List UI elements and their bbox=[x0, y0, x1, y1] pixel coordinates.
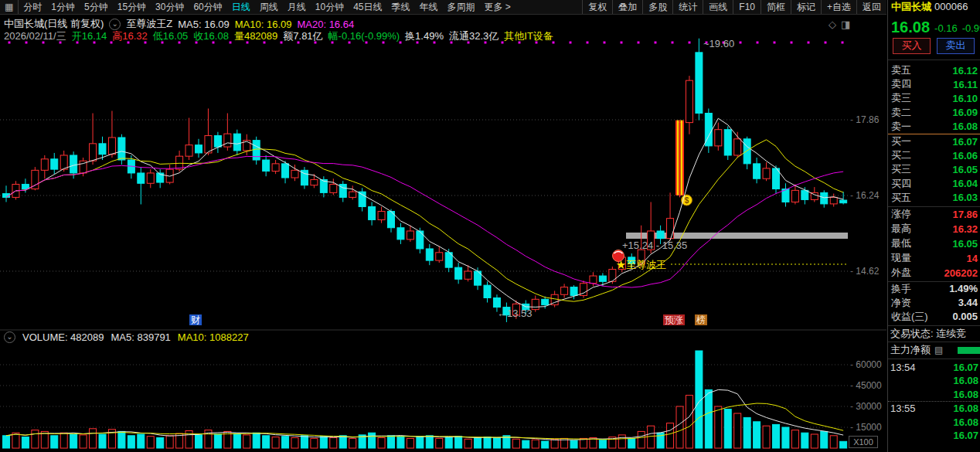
quote-title: 中国长城000066 bbox=[888, 0, 980, 14]
ask-price: 16.12 bbox=[952, 65, 978, 76]
buy-button[interactable]: 买入 bbox=[893, 38, 931, 54]
stat-row: 现量14 bbox=[888, 251, 980, 266]
bid-row[interactable]: 买五16.03 bbox=[888, 191, 980, 205]
toolbar-action-1[interactable]: 复权 bbox=[582, 0, 612, 14]
info-turnover: 换1.49% bbox=[405, 29, 444, 43]
toolbar-action-5[interactable]: 画线 bbox=[703, 0, 733, 14]
stat-label: 涨停 bbox=[891, 207, 911, 221]
period-tab-14[interactable]: 多周期 bbox=[443, 0, 480, 14]
toolbar-action-3[interactable]: 多股 bbox=[642, 0, 672, 14]
trade-buttons: 买入 卖出 bbox=[888, 36, 980, 56]
layout-icon[interactable]: ▦ bbox=[0, 0, 19, 14]
chevron-down-icon[interactable]: ⌄ bbox=[109, 19, 121, 30]
bid-label: 买二 bbox=[891, 148, 911, 162]
stat-value: 16.32 bbox=[952, 223, 978, 235]
stat-label: 净资 bbox=[891, 296, 911, 310]
info-amount: 额7.81亿 bbox=[283, 29, 322, 43]
toolbar-action-2[interactable]: 叠加 bbox=[612, 0, 642, 14]
bid-price: 16.05 bbox=[952, 164, 978, 175]
period-tab-4[interactable]: 15分钟 bbox=[113, 0, 151, 14]
stat-label: 外盘 bbox=[891, 266, 911, 280]
ask-row[interactable]: 卖一16.08 bbox=[888, 120, 980, 134]
chevron-down-icon[interactable]: ⌄ bbox=[4, 331, 15, 343]
ma5-label: MA5: 16.09 bbox=[178, 19, 230, 30]
stat-label: 换手 bbox=[891, 282, 911, 296]
stat-value: 16.05 bbox=[952, 238, 978, 250]
ask-label: 卖四 bbox=[891, 77, 911, 91]
tick-price: 16.08 bbox=[953, 375, 978, 386]
bid-row[interactable]: 买二16.06 bbox=[888, 148, 980, 162]
annotation-low: ←13.53 bbox=[497, 308, 533, 319]
last-price: 16.08 bbox=[891, 19, 930, 36]
tick-row: 13:5416.07 bbox=[888, 361, 980, 374]
ask-row[interactable]: 卖三16.10 bbox=[888, 91, 980, 105]
quote-stats-secondary: 换手1.49%净资3.44收益(三)0.005 bbox=[888, 282, 980, 324]
chart-corner-icons[interactable]: ◇◨ bbox=[829, 19, 855, 30]
stat-row: 收益(三)0.005 bbox=[888, 310, 980, 324]
top-toolbar: ▦ 分时1分钟5分钟15分钟30分钟60分钟日线周线月线10分钟45日线季线年线… bbox=[0, 0, 886, 15]
main-net-bar bbox=[958, 347, 980, 354]
ask-row[interactable]: 卖四16.11 bbox=[888, 77, 980, 91]
main-net-row[interactable]: 主力净额 ▤ bbox=[888, 342, 980, 359]
ask-label: 卖一 bbox=[891, 120, 911, 134]
price-axis-label: 14.62 bbox=[850, 266, 879, 277]
main-net-label: 主力净额 bbox=[890, 343, 931, 357]
sell-button[interactable]: 卖出 bbox=[937, 38, 975, 54]
bid-label: 买一 bbox=[891, 134, 911, 148]
ask-price: 16.09 bbox=[952, 107, 978, 118]
period-tab-10[interactable]: 10分钟 bbox=[311, 0, 349, 14]
tick-row: 16.08 bbox=[888, 415, 980, 428]
period-tab-5[interactable]: 30分钟 bbox=[151, 0, 189, 14]
volume-header: ⌄ VOLUME: 482089 MA5: 839791 MA10: 10882… bbox=[4, 331, 256, 343]
event-marker-board[interactable]: 榜 bbox=[695, 314, 707, 325]
period-tab-8[interactable]: 周线 bbox=[255, 0, 283, 14]
event-marker-pre-rise[interactable]: 预涨 bbox=[663, 314, 685, 325]
tick-price: 16.07 bbox=[953, 362, 978, 373]
bid-row[interactable]: 买一16.07 bbox=[888, 134, 980, 148]
event-marker-finance[interactable]: 财 bbox=[189, 314, 202, 325]
stock-name: 中国长城 bbox=[891, 1, 931, 12]
ask-row[interactable]: 卖二16.09 bbox=[888, 106, 980, 120]
period-tab-11[interactable]: 45日线 bbox=[349, 0, 386, 14]
ask-levels: 卖五16.12卖四16.11卖三16.10卖二16.09卖一16.08 bbox=[888, 60, 980, 134]
stat-row: 外盘206202 bbox=[888, 266, 980, 280]
quote-stats: 涨停17.86最高16.32最低16.05现量14外盘206202 bbox=[888, 207, 980, 280]
toolbar-action-9[interactable]: +自选 bbox=[821, 0, 856, 14]
stat-row: 换手1.49% bbox=[888, 282, 980, 296]
stat-label: 最低 bbox=[891, 236, 911, 250]
period-tab-2[interactable]: 1分钟 bbox=[46, 0, 80, 14]
toolbar-action-8[interactable]: 标记 bbox=[791, 0, 821, 14]
annotation-signal-label: ★至尊波王 bbox=[616, 258, 666, 272]
list-icon[interactable]: ▤ bbox=[934, 345, 943, 355]
toolbar-action-6[interactable]: F10 bbox=[733, 0, 761, 14]
bid-price: 16.03 bbox=[952, 192, 978, 203]
bid-row[interactable]: 买三16.05 bbox=[888, 162, 980, 176]
period-tab-1[interactable]: 分时 bbox=[19, 0, 46, 14]
toolbar-actions: 复权叠加多股统计画线F10简框标记+自选返回 bbox=[582, 0, 886, 14]
info-industry[interactable]: 其他IT设备 bbox=[504, 29, 553, 43]
toolbar-action-4[interactable]: 统计 bbox=[672, 0, 703, 14]
toolbar-action-7[interactable]: 简框 bbox=[761, 0, 791, 14]
tick-row: 13:5516.08 bbox=[888, 402, 980, 415]
period-tab-13[interactable]: 年线 bbox=[415, 0, 443, 14]
toolbar-action-10[interactable]: 返回 bbox=[856, 0, 886, 14]
price-change: -0.16 bbox=[934, 22, 958, 36]
annotation-range: +15.24 - 15.35 bbox=[622, 240, 687, 251]
bid-row[interactable]: 买四16.04 bbox=[888, 177, 980, 191]
tick-row: 16.08 bbox=[888, 374, 980, 387]
period-tab-9[interactable]: 月线 bbox=[283, 0, 311, 14]
tick-price: 16.08 bbox=[953, 416, 978, 428]
period-tab-7[interactable]: 日线 bbox=[227, 0, 255, 14]
period-tab-12[interactable]: 季线 bbox=[387, 0, 415, 14]
period-tab-15[interactable]: 更多 > bbox=[480, 0, 516, 14]
info-date: 2026/02/11/三 bbox=[4, 29, 66, 43]
info-volume: 量482089 bbox=[234, 29, 277, 43]
bid-label: 买三 bbox=[891, 162, 911, 176]
period-tab-3[interactable]: 5分钟 bbox=[80, 0, 113, 14]
ask-label: 卖五 bbox=[891, 63, 911, 77]
stat-label: 现量 bbox=[891, 251, 911, 265]
ask-row[interactable]: 卖五16.12 bbox=[888, 63, 980, 77]
daily-info-line: 2026/02/11/三 开16.14 高16.32 低16.05 收16.08… bbox=[4, 29, 559, 43]
bid-price: 16.06 bbox=[952, 150, 978, 161]
period-tab-6[interactable]: 60分钟 bbox=[189, 0, 226, 14]
